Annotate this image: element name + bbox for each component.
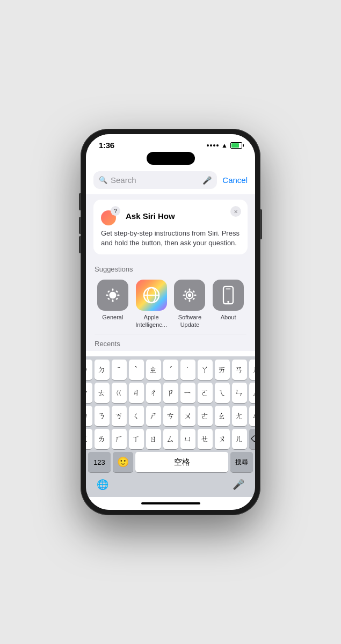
keyboard-bottom-row: 123 🙂 空格 搜尋 (88, 452, 253, 472)
key-s[interactable]: ㄙ (163, 429, 178, 449)
space-key[interactable]: 空格 (135, 452, 228, 472)
ai-icon-bg (136, 280, 167, 311)
svg-rect-15 (194, 295, 197, 296)
key-h[interactable]: ㄏ (112, 429, 127, 449)
key-de[interactable]: ㄉ (95, 360, 110, 380)
key-en[interactable]: ㄣ (232, 383, 247, 403)
key-e[interactable]: ㄜ (198, 406, 213, 426)
key-t[interactable]: ㄊ (95, 383, 110, 403)
status-time: 1:36 (99, 141, 114, 150)
svg-rect-16 (184, 290, 187, 293)
key-x[interactable]: ㄒ (129, 429, 144, 449)
key-zh[interactable]: ㄓ (146, 360, 161, 380)
about-label: About (221, 314, 236, 321)
keyboard-rows: ㄅ ㄉ ˇ ˋ ㄓ ˊ ˙ ㄚ ㄞ ㄢ ㄦ ㄆ ㄊ ㄍ ㄐ (88, 360, 253, 449)
globe-key[interactable]: 🌐 (93, 475, 112, 494)
siri-question-icon: ? (111, 206, 120, 216)
key-n[interactable]: ㄋ (95, 406, 110, 426)
key-neutral[interactable]: ˙ (180, 360, 195, 380)
key-ie[interactable]: ㄝ (198, 429, 213, 449)
key-o[interactable]: ㄛ (198, 383, 213, 403)
cancel-button[interactable]: Cancel (222, 175, 248, 185)
suggestion-general[interactable]: General (93, 280, 132, 328)
svg-rect-6 (115, 290, 118, 293)
general-label: General (102, 314, 123, 321)
key-er2[interactable]: ㄦ (232, 429, 247, 449)
key-an[interactable]: ㄢ (232, 360, 247, 380)
phone-icon (221, 286, 236, 305)
key-bo[interactable]: ㄅ (86, 360, 92, 380)
svg-rect-1 (112, 289, 114, 291)
dynamic-island (147, 152, 195, 165)
key-v[interactable]: ˇ (112, 360, 127, 380)
key-ang[interactable]: ㄤ (232, 406, 247, 426)
key-l[interactable]: ㄌ (95, 429, 110, 449)
keyboard-row-2: ㄆ ㄊ ㄍ ㄐ ㄔ ㄗ ㄧ ㄛ ㄟ ㄣ ㄥ (88, 383, 253, 403)
emoji-key[interactable]: 🙂 (113, 452, 133, 472)
keyboard-mic-key[interactable]: 🎤 (229, 475, 248, 494)
search-icon: 🔍 (99, 176, 107, 184)
svg-rect-5 (107, 290, 110, 293)
key-yi[interactable]: ㄧ (180, 383, 195, 403)
keyboard-function-row: 🌐 🎤 (88, 472, 253, 495)
key-k[interactable]: ㄎ (112, 406, 127, 426)
wifi-icon: ▲ (221, 142, 228, 149)
key-r[interactable]: ㄖ (146, 429, 161, 449)
suggestion-apple-intelligence[interactable]: Apple Intelligenc... (132, 280, 171, 328)
mic-icon[interactable]: 🎤 (202, 176, 212, 185)
search-key[interactable]: 搜尋 (230, 452, 253, 472)
key-ou[interactable]: ㄡ (215, 429, 230, 449)
key-a[interactable]: ㄚ (198, 360, 213, 380)
key-g[interactable]: ㄍ (112, 383, 127, 403)
software-gear-icon (180, 286, 199, 305)
key-fo[interactable]: ㄈ (86, 429, 92, 449)
svg-rect-4 (117, 295, 120, 296)
key-j[interactable]: ㄐ (129, 383, 144, 403)
software-icon-bg (174, 280, 205, 311)
battery-fill (231, 143, 239, 148)
key-rising[interactable]: ˊ (163, 360, 178, 380)
key-wu[interactable]: ㄨ (180, 406, 195, 426)
number-key[interactable]: 123 (88, 452, 111, 472)
signal-icon (207, 144, 219, 147)
svg-rect-8 (115, 298, 118, 301)
key-po[interactable]: ㄆ (86, 383, 92, 403)
content-area: ? Ask Siri How ✕ Get step-by-step instru… (86, 194, 255, 356)
suggestion-software-update[interactable]: SoftwareUpdate (171, 280, 209, 328)
key-yu2[interactable]: ㄩ (180, 429, 195, 449)
keyboard[interactable]: ㄅ ㄉ ˇ ˋ ㄓ ˊ ˙ ㄚ ㄞ ㄢ ㄦ ㄆ ㄊ ㄍ ㄐ (86, 356, 255, 497)
key-er[interactable]: ㄦ (249, 360, 256, 380)
svg-rect-7 (107, 298, 110, 301)
key-mo[interactable]: ㄇ (86, 406, 92, 426)
key-ai[interactable]: ㄞ (215, 360, 230, 380)
key-dz[interactable]: ㄗ (163, 383, 178, 403)
ai-label: Apple Intelligenc... (132, 314, 171, 328)
key-eng[interactable]: ㄥ (249, 383, 256, 403)
key-sh[interactable]: ㄕ (146, 406, 161, 426)
battery-icon (230, 142, 242, 149)
key-ts[interactable]: ㄘ (163, 406, 178, 426)
recents-label: Recents (86, 334, 255, 351)
siri-close-button[interactable]: ✕ (230, 206, 241, 217)
key-yu[interactable]: ㄩ (249, 406, 256, 426)
key-ao[interactable]: ㄠ (215, 406, 230, 426)
svg-rect-17 (192, 290, 195, 293)
key-vv[interactable]: ˋ (129, 360, 144, 380)
recent-ios-version[interactable]: iOS Version General → About (86, 351, 255, 356)
siri-card-title: Ask Siri How (126, 211, 175, 221)
home-indicator (141, 502, 200, 504)
suggestions-label: Suggestions (86, 260, 255, 276)
search-bar[interactable]: 🔍 Search 🎤 (93, 171, 217, 189)
key-ei[interactable]: ㄟ (215, 383, 230, 403)
svg-rect-13 (189, 299, 191, 302)
status-bar: 1:36 ▲ (86, 134, 255, 152)
delete-key[interactable]: ⌫ (249, 429, 256, 449)
suggestion-about[interactable]: About (209, 280, 248, 328)
key-ch[interactable]: ㄔ (146, 383, 161, 403)
siri-card-description: Get step-by-step instructions from Siri.… (101, 229, 240, 248)
svg-rect-3 (106, 295, 108, 296)
phone-device: 1:36 ▲ 🔍 Search 🎤 Cancel (81, 129, 260, 515)
key-q[interactable]: ㄑ (129, 406, 144, 426)
keyboard-row-4: ㄈ ㄌ ㄏ ㄒ ㄖ ㄙ ㄩ ㄝ ㄡ ㄦ ⌫ (88, 429, 253, 449)
search-placeholder: Search (111, 175, 199, 185)
